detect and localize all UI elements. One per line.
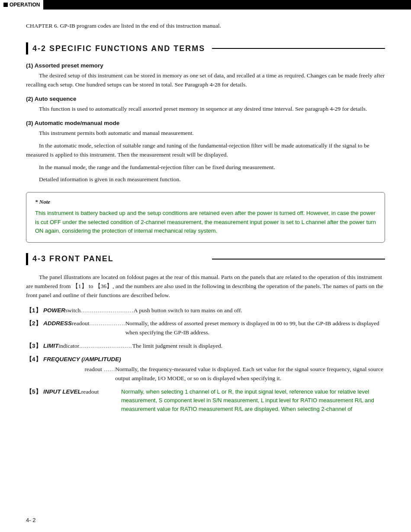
subsection-3-para-4: Detailed information is given in each me… — [26, 175, 385, 184]
panel-item-2-number: 【2】 — [26, 319, 43, 328]
panel-item-4-readout-dots: ...... — [104, 365, 115, 374]
panel-item-3: 【3】 LIMIT indicator ....................… — [26, 342, 385, 351]
panel-item-4-readout-label: readout — [26, 365, 104, 374]
section-4-3-title: 4-3 FRONT PANEL — [32, 254, 206, 263]
panel-item-1-number: 【1】 — [26, 306, 43, 315]
subsection-2: (2) Auto sequence This function is used … — [26, 96, 385, 114]
panel-item-1-dots: ............................ — [80, 306, 134, 315]
chapter-intro: CHAPTER 6. GP-IB program codes are liste… — [26, 22, 385, 29]
section-4-3: 4-3 FRONT PANEL The panel illustrations … — [26, 253, 385, 414]
panel-item-2-label: 【2】 ADDRESS readout ................... — [26, 319, 125, 328]
header-label-text: OPERATION — [10, 2, 40, 8]
section-bar-4-2 — [26, 42, 28, 54]
section-4-3-header: 4-3 FRONT PANEL — [26, 253, 385, 265]
subsection-3-para-2: In the automatic mode, selection of suit… — [26, 141, 385, 160]
panel-item-1-name: POWER — [43, 306, 65, 315]
section-4-3-intro: The panel illustrations are located on f… — [26, 273, 385, 300]
section-bar-4-3 — [26, 253, 28, 265]
panel-item-4-readout-row: readout ...... Normally, the frequency-m… — [26, 365, 385, 383]
panel-item-3-label: 【3】 LIMIT indicator ....................… — [26, 342, 132, 351]
subsection-3-para-1: This instrument permits both automatic a… — [26, 129, 385, 138]
panel-item-1: 【1】 POWER switch .......................… — [26, 306, 385, 315]
subsection-1-para-1: The desired setup of this instrument can… — [26, 71, 385, 90]
note-text: This instrument is battery backed up and… — [35, 209, 376, 235]
panel-item-2: 【2】 ADDRESS readout ................... … — [26, 319, 385, 337]
panel-item-5-name-suffix: readout — [81, 388, 99, 397]
panel-item-4-desc: Normally, the frequency-measured value i… — [115, 365, 385, 383]
section-4-3-title-row: 4-3 FRONT PANEL — [32, 254, 385, 263]
panel-item-2-name-suffix: readout — [72, 319, 89, 328]
subsection-2-label: (2) Auto sequence — [26, 96, 385, 102]
page-container: OPERATION CHAPTER 6. GP-IB program codes… — [0, 0, 411, 532]
panel-items-list: 【1】 POWER switch .......................… — [26, 306, 385, 414]
panel-item-5-number: 【5】 — [26, 388, 43, 397]
page-footer: 4- 2 — [26, 517, 35, 523]
section-4-2-title-row: 4-2 SPECIFIC FUNCTIONS AND TERMS — [32, 44, 385, 53]
subsection-1-label: (1) Assorted preset memory — [26, 62, 385, 69]
section-4-2-header: 4-2 SPECIFIC FUNCTIONS AND TERMS — [26, 42, 385, 54]
main-content: CHAPTER 6. GP-IB program codes are liste… — [0, 10, 411, 435]
panel-item-1-desc: A push button switch to turn mains on an… — [134, 306, 385, 315]
panel-item-2-name: ADDRESS — [43, 319, 72, 328]
panel-item-1-label: 【1】 POWER switch .......................… — [26, 306, 134, 315]
panel-item-4-number: 【4】 — [26, 355, 43, 364]
panel-item-4-name: FREQUENCY (/AMPLITUDE) — [43, 355, 121, 364]
panel-item-5-label: 【5】 INPUT LEVEL readout — [26, 388, 121, 397]
section-4-3-line — [212, 259, 385, 260]
panel-item-2-dots: ................... — [90, 319, 125, 328]
subsection-1: (1) Assorted preset memory The desired s… — [26, 62, 385, 90]
panel-item-4: 【4】 FREQUENCY (/AMPLITUDE) readout .....… — [26, 355, 385, 383]
page-number: 4- 2 — [26, 517, 35, 523]
header-section-label: OPERATION — [0, 0, 43, 10]
subsection-3: (3) Automatic mode/manual mode This inst… — [26, 120, 385, 185]
subsection-3-para-3: In the manual mode, the range and the fu… — [26, 163, 385, 172]
section-4-2-title: 4-2 SPECIFIC FUNCTIONS AND TERMS — [32, 44, 206, 53]
header-square-icon — [3, 3, 8, 7]
panel-item-3-number: 【3】 — [26, 342, 43, 351]
panel-item-3-desc: The limit judgment result is displayed. — [132, 342, 385, 351]
section-4-2-line — [212, 48, 385, 49]
panel-item-4-top-row: 【4】 FREQUENCY (/AMPLITUDE) — [26, 355, 121, 364]
panel-item-3-dots: ............................ — [79, 342, 132, 351]
panel-item-5-desc: Normally, when selecting 1 channel of L … — [121, 388, 385, 413]
panel-item-3-name-suffix: indicator — [58, 342, 79, 351]
subsection-3-label: (3) Automatic mode/manual mode — [26, 120, 385, 126]
panel-item-3-name: LIMIT — [43, 342, 58, 351]
subsection-2-para-1: This function is used to automatically r… — [26, 105, 385, 114]
header-bar: OPERATION — [0, 0, 411, 10]
panel-item-5-name: INPUT LEVEL — [43, 388, 81, 397]
note-title: * Note — [35, 199, 376, 205]
panel-item-1-name-suffix: switch — [65, 306, 80, 315]
panel-item-2-desc: Normally, the address of assorted preset… — [125, 319, 385, 337]
note-box: * Note This instrument is battery backed… — [26, 192, 385, 242]
panel-item-5: 【5】 INPUT LEVEL readout Normally, when s… — [26, 388, 385, 413]
